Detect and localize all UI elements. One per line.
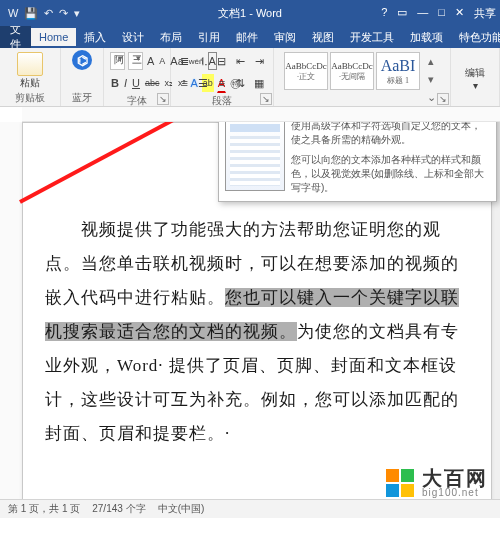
group-font: 阿里巴巴普 三号 A A Aa wén A B I U abc x₂ x² A … — [104, 48, 171, 106]
decrease-indent-icon[interactable]: ⇤ — [233, 52, 249, 70]
tab-developer[interactable]: 开发工具 — [342, 27, 402, 48]
editing-dropdown-icon[interactable]: ▾ — [473, 80, 478, 91]
tab-mailings[interactable]: 邮件 — [228, 27, 266, 48]
align-right-icon[interactable]: ≡ — [214, 74, 230, 92]
tab-review[interactable]: 审阅 — [266, 27, 304, 48]
status-language[interactable]: 中文(中国) — [158, 502, 205, 516]
tab-insert[interactable]: 插入 — [76, 27, 114, 48]
font-name-combo[interactable]: 阿里巴巴普 — [110, 52, 125, 70]
styles-dialog-launcher[interactable]: ↘ — [437, 93, 449, 105]
word-icon: W — [8, 7, 18, 19]
window-buttons: ? ▭ — □ ✕ 共享 — [381, 6, 496, 21]
ribbon-tabs: 文件 Home 插入 设计 布局 引用 邮件 审阅 视图 开发工具 加载项 特色… — [0, 26, 500, 48]
minimize-icon[interactable]: — — [417, 6, 428, 21]
italic-button[interactable]: I — [123, 74, 128, 92]
paste-icon[interactable] — [17, 52, 43, 76]
increase-indent-icon[interactable]: ⇥ — [251, 52, 267, 70]
title-bar: W 💾 ↶ ↷ ▾ 文档1 - Word ? ▭ — □ ✕ 共享 — [0, 0, 500, 26]
align-left-icon[interactable]: ≡ — [177, 74, 193, 92]
ribbon: 粘贴 剪贴板 ⌬ 蓝牙 阿里巴巴普 三号 A A Aa wén A B I U … — [0, 48, 500, 107]
tab-home[interactable]: Home — [31, 28, 76, 46]
tab-design[interactable]: 设计 — [114, 27, 152, 48]
align-center-icon[interactable]: ☰ — [196, 74, 212, 92]
watermark-text-cn: 大百网 — [422, 468, 488, 488]
bluetooth-label: 蓝牙 — [72, 91, 92, 106]
numbering-icon[interactable]: ⒈ — [196, 52, 212, 70]
bullets-icon[interactable]: ≣ — [177, 52, 193, 70]
ribbon-options-icon[interactable]: ▭ — [397, 6, 407, 21]
group-editing[interactable]: 编辑 ▾ — [451, 48, 500, 106]
watermark: 大百网 big100.net — [386, 468, 488, 498]
underline-button[interactable]: U — [131, 74, 141, 92]
qat-more-icon[interactable]: ▾ — [74, 7, 80, 20]
style-normal[interactable]: AaBbCcDc·正文 — [284, 52, 328, 90]
style-heading1[interactable]: AaBI标题 1 — [376, 52, 420, 90]
vertical-ruler[interactable] — [0, 122, 23, 518]
document-area: 视频提供了功能强大的方法帮助您证明您的观点。当您单击联机视频时，可以在想要添加的… — [0, 122, 500, 518]
maximize-icon[interactable]: □ — [438, 6, 445, 21]
status-word-count[interactable]: 27/143 个字 — [92, 502, 145, 516]
font-dialog-launcher[interactable]: ↘ — [157, 93, 169, 105]
line-spacing-icon[interactable]: ⇅ — [233, 74, 249, 92]
grow-font-icon[interactable]: A — [146, 52, 155, 70]
multilevel-icon[interactable]: ⊟ — [214, 52, 230, 70]
font-size-combo[interactable]: 三号 — [128, 52, 143, 70]
styles-scroll-down-icon[interactable]: ▾ — [422, 70, 440, 88]
paragraph-dialog-launcher[interactable]: ↘ — [260, 93, 272, 105]
paste-label[interactable]: 粘贴 — [17, 76, 43, 90]
status-bar: 第 1 页，共 1 页 27/143 个字 中文(中国) — [0, 499, 500, 518]
editing-label: 编辑 — [465, 66, 485, 80]
watermark-logo-icon — [386, 469, 414, 497]
tab-features[interactable]: 特色功能 — [451, 27, 500, 48]
clipboard-label: 剪贴板 — [15, 91, 45, 106]
save-icon[interactable]: 💾 — [24, 7, 38, 20]
document-title: 文档1 - Word — [218, 6, 282, 21]
tab-view[interactable]: 视图 — [304, 27, 342, 48]
horizontal-ruler[interactable] — [22, 107, 500, 122]
status-page[interactable]: 第 1 页，共 1 页 — [8, 502, 80, 516]
bold-button[interactable]: B — [110, 74, 120, 92]
tooltip-thumbnail — [225, 122, 285, 191]
help-icon[interactable]: ? — [381, 6, 387, 21]
undo-icon[interactable]: ↶ — [44, 7, 53, 20]
redo-icon[interactable]: ↷ — [59, 7, 68, 20]
style-no-spacing[interactable]: AaBbCcDc·无间隔 — [330, 52, 374, 90]
tab-references[interactable]: 引用 — [190, 27, 228, 48]
shading-icon[interactable]: ▦ — [251, 74, 267, 92]
close-icon[interactable]: ✕ — [455, 6, 464, 21]
watermark-text-en: big100.net — [422, 488, 488, 498]
quick-access-toolbar: W 💾 ↶ ↷ ▾ — [0, 7, 88, 20]
shrink-font-icon[interactable]: A — [158, 52, 166, 70]
group-styles: AaBbCcDc·正文 AaBbCcDc·无间隔 AaBI标题 1 ▴ ▾ ⌄ … — [274, 48, 451, 106]
tab-addins[interactable]: 加载项 — [402, 27, 451, 48]
group-clipboard: 粘贴 剪贴板 — [0, 48, 61, 106]
group-bluetooth: ⌬ 蓝牙 — [61, 48, 104, 106]
tooltip-text: 使用高级字体和字符选项自定义您的文本，使之具备所需的精确外观。 您可以向您的文本… — [291, 122, 490, 195]
bluetooth-icon[interactable]: ⌬ — [72, 50, 92, 70]
styles-scroll-up-icon[interactable]: ▴ — [422, 52, 440, 70]
group-paragraph: ≣ ⒈ ⊟ ⇤ ⇥ ≡ ☰ ≡ ⇅ ▦ 段落 ↘ — [171, 48, 274, 106]
font-dialog-tooltip: 字体 (Ctrl+D) 使用高级字体和字符选项自定义您的文本，使之具备所需的精确… — [218, 122, 497, 202]
share-button[interactable]: 共享 — [474, 6, 496, 21]
strikethrough-button[interactable]: abc — [144, 74, 161, 92]
tab-layout[interactable]: 布局 — [152, 27, 190, 48]
